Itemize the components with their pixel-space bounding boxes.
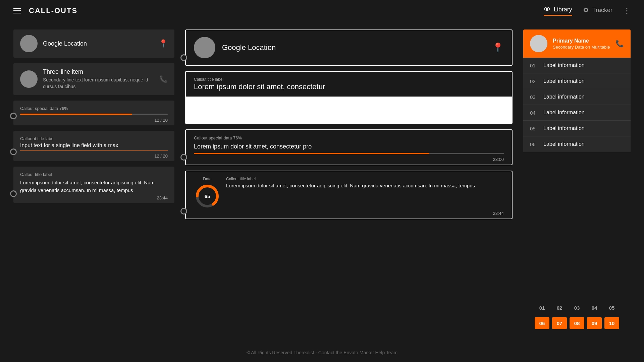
phone-icon: 📞 — [159, 75, 168, 83]
header-nav: 👁 Library ⚙ Tracker ⋮ — [544, 6, 631, 16]
avatar — [194, 37, 215, 58]
center-location-title: Google Location — [222, 43, 485, 52]
input-footer: 12 / 20 — [20, 154, 168, 159]
primary-name: Primary Name — [553, 38, 610, 44]
progress-bar-bg — [20, 114, 168, 115]
secondary-name: Secondary Data on Multitable — [553, 45, 610, 50]
center-progress-bar-fill — [194, 153, 429, 154]
header: CALL-OUTS 👁 Library ⚙ Tracker ⋮ — [0, 0, 644, 21]
center-progress-label: Callout special data 76% — [194, 135, 504, 140]
list-item-num: 05 — [530, 126, 538, 131]
left-longtext-card: Callout title label Lorem ipsum dolor si… — [13, 167, 174, 203]
center-progress-footer: 23:00 — [194, 157, 504, 162]
page-button[interactable]: 01 — [535, 302, 549, 314]
center-column: Google Location 📍 Callout title label Lo… — [185, 29, 513, 338]
list-item: 03Label information — [523, 89, 631, 105]
list-item-label: Label information — [543, 110, 585, 116]
list-item: 02Label information — [523, 73, 631, 89]
page-button[interactable]: 09 — [587, 317, 602, 329]
data-footer: 23:44 — [194, 211, 504, 216]
app-title: CALL-OUTS — [29, 6, 77, 15]
data-body: Lorem ipsum dolor sit amet, consectetur … — [226, 182, 504, 190]
pagination: 0102030405 0607080910 — [523, 296, 631, 338]
page-button[interactable]: 04 — [587, 302, 602, 314]
main-content: Google Location 📍 Three-line item Second… — [0, 21, 644, 346]
list-item-num: 06 — [530, 141, 538, 147]
footer: © All Rights Reserved Therealist - Conta… — [0, 346, 644, 358]
center-data-wrapper: Data 65 Callout title label Lorem ipsum … — [185, 171, 513, 219]
list-item-label: Label information — [543, 141, 585, 147]
three-line-card: Three-line item Secondary line text lore… — [13, 63, 174, 95]
right-column: Primary Name Secondary Data on Multitabl… — [523, 29, 631, 338]
list-items: 01Label information02Label information03… — [523, 58, 631, 152]
eye-icon: 👁 — [544, 6, 550, 13]
list-item-label: Label information — [543, 62, 585, 68]
center-pin-icon: 📍 — [492, 42, 504, 53]
center-location-wrapper: Google Location 📍 — [185, 29, 513, 66]
list-item-num: 03 — [530, 94, 538, 100]
donut-chart: 65 — [194, 183, 221, 209]
list-item: 05Label information — [523, 121, 631, 136]
page-button[interactable]: 06 — [535, 317, 549, 329]
list-item-num: 04 — [530, 110, 538, 116]
input-title: Calloout title label — [20, 136, 168, 141]
hamburger-menu[interactable] — [13, 8, 21, 13]
center-progress-bar-bg — [194, 153, 504, 154]
connector-dot — [180, 208, 187, 215]
data-label: Data — [203, 177, 211, 181]
data-row: Data 65 Callout title label Lorem ipsum … — [194, 177, 504, 209]
location-title: Google Location — [43, 40, 153, 47]
more-icon[interactable]: ⋮ — [623, 6, 631, 15]
primary-card: Primary Name Secondary Data on Multitabl… — [523, 29, 631, 58]
long-text-title: Callout title label — [20, 172, 168, 177]
page-button[interactable]: 08 — [570, 317, 584, 329]
left-input-wrapper: Calloout title label Input text for a si… — [13, 131, 174, 161]
list-item: 04Label information — [523, 105, 631, 121]
page-button[interactable]: 02 — [552, 302, 567, 314]
three-line-text: Three-line item Secondary line text lore… — [43, 68, 154, 90]
list-item-label: Label information — [543, 125, 585, 131]
list-item-label: Label information — [543, 94, 585, 100]
nav-library[interactable]: 👁 Library — [544, 6, 572, 16]
left-progress-card: Callout special data 76% 12 / 20 — [13, 101, 174, 125]
donut-container: Data 65 — [194, 177, 221, 209]
center-progress-body: Lorem ipsum dolor sit amet, consectetur … — [194, 143, 504, 150]
data-callout-label: Callout title label — [226, 177, 504, 181]
three-line-subtitle: Secondary line text lorem ipsum dapibus,… — [43, 77, 154, 90]
left-longtext-wrapper: Callout title label Lorem ipsum dolor si… — [13, 167, 174, 203]
three-line-title: Three-line item — [43, 68, 154, 75]
left-column: Google Location 📍 Three-line item Second… — [13, 29, 174, 338]
list-item: 01Label information — [523, 58, 631, 73]
connector-dot — [180, 54, 187, 61]
pin-icon: 📍 — [159, 39, 168, 48]
center-location-card: Google Location 📍 — [185, 29, 513, 66]
phone-icon: 📞 — [615, 40, 624, 48]
gear-icon: ⚙ — [583, 6, 589, 14]
page-button[interactable]: 05 — [604, 302, 619, 314]
connector-dot — [180, 154, 187, 161]
left-progress-wrapper: Callout special data 76% 12 / 20 — [13, 101, 174, 125]
donut-percent: 65 — [205, 193, 210, 199]
page-button[interactable]: 10 — [604, 317, 619, 329]
primary-avatar — [530, 35, 547, 52]
input-value: Input text for a single line field with … — [20, 142, 168, 151]
long-text-footer: 23:44 — [20, 195, 168, 200]
page-button[interactable]: 03 — [570, 302, 584, 314]
page-button[interactable]: 07 — [552, 317, 567, 329]
left-location-card: Google Location 📍 — [13, 29, 174, 58]
long-text-body: Lorem ipsum dolor sit amet, consectetur … — [20, 179, 168, 194]
progress-label: Callout special data 76% — [20, 106, 168, 111]
callout-title-small: Callout title label — [194, 77, 504, 82]
center-progress-card: Callout special data 76% Lorem ipsum dol… — [185, 129, 513, 165]
progress-footer: 12 / 20 — [20, 118, 168, 123]
nav-tracker[interactable]: ⚙ Tracker — [583, 6, 612, 15]
primary-text: Primary Name Secondary Data on Multitabl… — [553, 38, 610, 50]
list-item-num: 02 — [530, 78, 538, 84]
data-text: Callout title label Lorem ipsum dolor si… — [226, 177, 504, 190]
avatar — [20, 35, 38, 52]
progress-bar-fill — [20, 114, 132, 115]
center-progress-wrapper: Callout special data 76% Lorem ipsum dol… — [185, 129, 513, 165]
center-data-card: Data 65 Callout title label Lorem ipsum … — [185, 171, 513, 219]
avatar — [20, 70, 38, 88]
left-input-card: Calloout title label Input text for a si… — [13, 131, 174, 161]
